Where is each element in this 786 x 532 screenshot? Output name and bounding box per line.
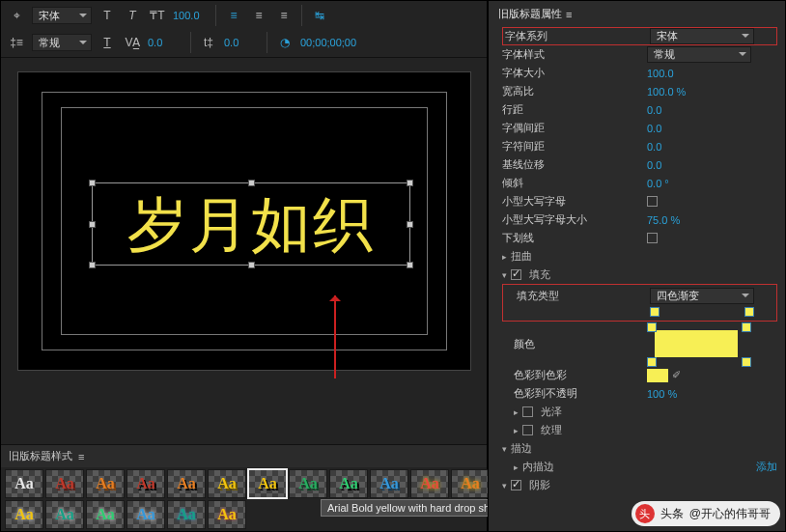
style-swatch[interactable]: Aa	[167, 469, 206, 498]
small-caps-label: 小型大写字母	[502, 194, 647, 209]
title-canvas[interactable]: 岁月如织	[17, 71, 471, 371]
slant-value[interactable]: 0.0 °	[647, 178, 669, 189]
size-icon: ₸T	[148, 7, 167, 24]
title-text-box[interactable]: 岁月如织	[92, 182, 410, 266]
align-center-icon[interactable]: ≡	[249, 7, 268, 24]
shadow-twirl[interactable]: 阴影	[502, 478, 550, 492]
style-swatch[interactable]: Aa	[5, 500, 43, 529]
style-swatch[interactable]: Aa	[5, 469, 43, 498]
underline-checkbox[interactable]	[647, 233, 658, 243]
leading-prop-value[interactable]: 0.0	[647, 104, 661, 116]
font-style-dropdown[interactable]: 常规	[647, 46, 751, 63]
watermark-logo-icon: 头	[635, 504, 655, 523]
pair-kern-value[interactable]: 0.0	[647, 123, 661, 134]
fill-twirl[interactable]: 填充	[502, 267, 550, 282]
tracking-value[interactable]: 0.0	[647, 141, 661, 153]
annotation-arrow	[334, 295, 336, 378]
leading-label: 行距	[502, 102, 647, 117]
panel-menu-icon[interactable]: ≡	[78, 451, 84, 462]
bold-icon[interactable]: T	[98, 7, 117, 24]
c2c-label: 色彩到色彩	[514, 368, 647, 382]
font-size-label: 字体大小	[502, 66, 647, 80]
fill-type-dropdown[interactable]: 四色渐变	[650, 288, 754, 304]
texture-checkbox[interactable]	[522, 425, 533, 435]
fill-checkbox[interactable]	[511, 269, 521, 280]
watermark-user: @开心的伟哥哥	[689, 506, 771, 522]
style-swatch[interactable]: Aa	[208, 469, 246, 498]
c2c-swatch[interactable]	[647, 369, 668, 382]
clock-icon[interactable]: ◔	[275, 34, 295, 51]
color-label: 颜色	[514, 337, 647, 351]
small-caps-size-value[interactable]: 75.0 %	[647, 214, 680, 226]
fill-type-label: 填充类型	[517, 289, 650, 303]
texture-twirl[interactable]: 纹理	[514, 423, 562, 437]
leading-icon: t‡	[199, 34, 218, 51]
watermark: 头 头条 @开心的伟哥哥	[632, 501, 780, 526]
style-swatch[interactable]: Aa	[86, 500, 125, 529]
style-swatch[interactable]: Aa	[126, 500, 165, 529]
kerning-value[interactable]: 0.0	[148, 37, 182, 48]
properties-panel-title: 旧版标题属性	[498, 7, 562, 21]
watermark-label: 头条	[660, 506, 684, 522]
style-swatch[interactable]: Aa	[86, 469, 125, 498]
style-swatch[interactable]: Aa	[45, 500, 84, 529]
shadow-checkbox[interactable]	[511, 480, 521, 490]
styles-panel-title: 旧版标题样式	[9, 449, 72, 463]
title-text[interactable]: 岁月如织	[93, 183, 409, 266]
font-size-value[interactable]: 100.0	[173, 10, 208, 21]
small-caps-checkbox[interactable]	[647, 196, 658, 207]
style-swatch[interactable]: Aa	[126, 469, 165, 498]
sheen-checkbox[interactable]	[522, 406, 533, 417]
strokes-twirl[interactable]: 描边	[502, 441, 532, 456]
style-swatch[interactable]: Aa	[451, 469, 490, 498]
font-size-value[interactable]: 100.0	[647, 68, 674, 79]
style-swatch[interactable]: Aa	[329, 469, 368, 498]
style-swatch[interactable]: Aa	[167, 500, 206, 529]
cursor-icon[interactable]: ⌖	[7, 7, 26, 24]
distort-twirl[interactable]: 扭曲	[502, 249, 532, 264]
panel-menu-icon[interactable]: ≡	[566, 9, 572, 20]
eyedropper-icon[interactable]: ✐	[672, 369, 681, 381]
font-family-dropdown[interactable]: 宋体	[650, 28, 754, 44]
font-family-select[interactable]: 宋体	[32, 7, 92, 24]
small-caps-size-label: 小型大写字母大小	[502, 212, 647, 227]
leading-toggle-icon[interactable]: ‡≡	[7, 34, 26, 51]
style-swatch[interactable]: Aa	[410, 469, 449, 498]
c2o-value[interactable]: 100 %	[647, 388, 677, 400]
align-left-icon[interactable]: ≡	[224, 7, 243, 24]
font-style-select[interactable]: 常规	[32, 34, 92, 51]
underline-icon[interactable]: T	[98, 34, 117, 51]
baseline-value[interactable]: 0.0	[647, 159, 661, 171]
style-swatch[interactable]: Aa	[208, 500, 246, 529]
c2o-label: 色彩到不透明	[514, 386, 647, 401]
gradient-editor[interactable]	[650, 307, 754, 319]
underline-label: 下划线	[502, 231, 647, 245]
sheen-twirl[interactable]: 光泽	[514, 405, 562, 419]
gradient-color-editor[interactable]	[647, 322, 751, 367]
align-right-icon[interactable]: ≡	[274, 7, 294, 24]
properties-panel: 旧版标题属性 ≡ 字体系列 宋体 字体样式 常规 字体大小100.0 宽高比10…	[488, 0, 786, 532]
aspect-value[interactable]: 100.0 %	[647, 86, 686, 98]
style-swatch[interactable]: Aa	[370, 469, 408, 498]
inner-stroke-add[interactable]: 添加	[756, 460, 777, 474]
pair-kern-label: 字偶间距	[502, 121, 647, 135]
aspect-label: 宽高比	[502, 84, 647, 98]
tab-icon[interactable]: ↹	[310, 7, 329, 24]
timecode-value[interactable]: 00;00;00;00	[300, 37, 356, 48]
inner-stroke-twirl[interactable]: 内描边	[514, 460, 554, 474]
leading-value[interactable]: 0.0	[224, 37, 259, 48]
font-style-label: 字体样式	[502, 47, 647, 62]
italic-icon[interactable]: T	[123, 7, 142, 24]
slant-label: 倾斜	[502, 176, 647, 190]
style-swatch[interactable]: Aa	[289, 469, 327, 498]
style-swatch[interactable]: Aa	[248, 469, 287, 498]
canvas-area: 岁月如织	[1, 58, 487, 444]
title-toolbar: ⌖ 宋体 T T ₸T 100.0 ≡ ≡ ≡ ↹ ‡≡ 常规 T VA̲ 0.…	[1, 1, 487, 58]
baseline-label: 基线位移	[502, 157, 647, 172]
kerning-icon: VA̲	[123, 34, 142, 51]
style-swatch[interactable]: Aa	[45, 469, 84, 498]
font-family-label: 字体系列	[505, 29, 650, 43]
tracking-label: 字符间距	[502, 139, 647, 154]
